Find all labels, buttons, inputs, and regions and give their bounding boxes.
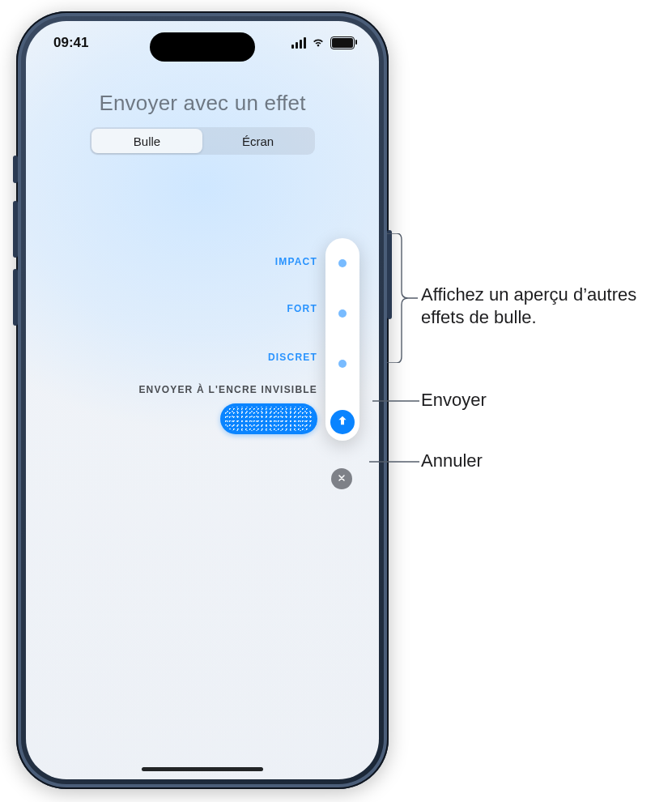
page-title: Envoyer avec un effet: [26, 91, 379, 116]
send-button[interactable]: [330, 410, 355, 434]
iphone-frame: 09:41 Envoyer avec un effet Bulle Écran: [16, 11, 389, 789]
iphone-screen: 09:41 Envoyer avec un effet Bulle Écran: [26, 21, 379, 779]
effect-dot-gentle[interactable]: [338, 360, 347, 368]
message-bubble-preview: [220, 403, 317, 434]
status-time: 09:41: [53, 35, 88, 51]
tab-screen[interactable]: Écran: [202, 129, 313, 153]
status-bar: 09:41: [26, 21, 379, 65]
wifi-icon: [311, 34, 325, 53]
side-button[interactable]: [387, 230, 392, 319]
close-icon: [337, 471, 347, 486]
invisible-ink-effect: [223, 407, 314, 431]
cellular-icon: [291, 37, 306, 49]
effect-option-gentle: DISCRET: [268, 352, 317, 363]
tab-bubble[interactable]: Bulle: [91, 129, 202, 153]
mute-switch[interactable]: [13, 156, 18, 183]
battery-icon: [330, 36, 355, 49]
effect-type-segmented[interactable]: Bulle Écran: [90, 127, 315, 155]
effect-dot-loud[interactable]: [338, 309, 347, 318]
arrow-up-icon: [336, 414, 349, 430]
callout-cancel: Annuler: [421, 450, 483, 472]
effect-option-loud: FORT: [287, 303, 317, 314]
volume-down-button[interactable]: [13, 269, 18, 326]
callout-send: Envoyer: [421, 389, 487, 412]
effect-option-impact: IMPACT: [275, 256, 317, 267]
figure-stage: 09:41 Envoyer avec un effet Bulle Écran: [0, 0, 672, 802]
callout-preview: Affichez un aperçu d’autres effets de bu…: [421, 284, 664, 328]
cancel-button[interactable]: [331, 468, 352, 489]
home-indicator[interactable]: [142, 767, 263, 771]
volume-up-button[interactable]: [13, 201, 18, 258]
effect-picker[interactable]: [325, 238, 359, 441]
effect-selected-label: ENVOYER À L'ENCRE INVISIBLE: [138, 384, 317, 395]
effects-header: Envoyer avec un effet Bulle Écran: [26, 91, 379, 155]
effect-dot-impact[interactable]: [338, 259, 347, 267]
